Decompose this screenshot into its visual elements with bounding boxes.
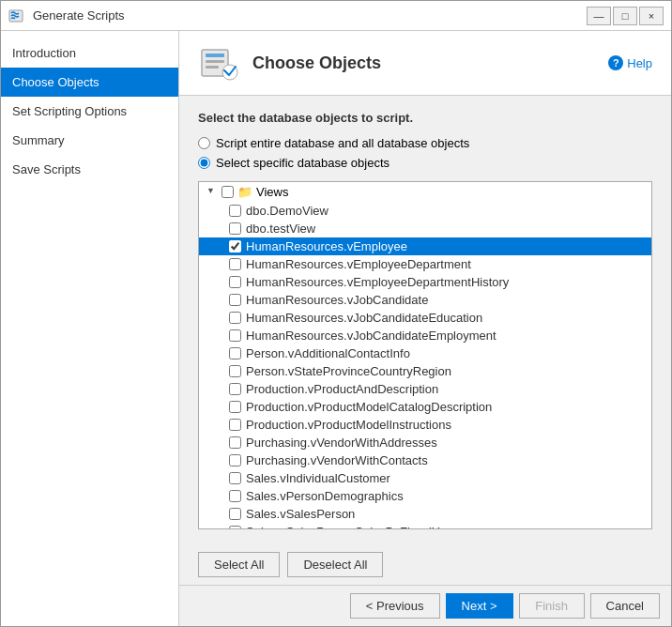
tree-item[interactable]: HumanResources.vEmployeeDepartment xyxy=(199,255,651,273)
tree-item-label: Sales.vSalesPersonSalesByFiscalYears xyxy=(246,525,463,529)
sidebar-item-choose-objects[interactable]: Choose Objects xyxy=(1,68,178,97)
finish-button[interactable]: Finish xyxy=(519,593,585,619)
maximize-button[interactable]: □ xyxy=(613,7,637,25)
tree-item-checkbox[interactable] xyxy=(229,347,241,359)
cancel-button[interactable]: Cancel xyxy=(590,593,660,619)
tree-item[interactable]: Person.vStateProvinceCountryRegion xyxy=(199,362,651,380)
tree-item-label: HumanResources.vEmployeeDepartment xyxy=(246,257,471,271)
tree-root-views[interactable]: ▼ 📁 Views xyxy=(199,182,651,202)
tree-item-label: Production.vProductAndDescription xyxy=(246,382,438,396)
svg-rect-4 xyxy=(206,66,219,69)
radio-group: Script entire database and all database … xyxy=(198,136,652,170)
tree-item-checkbox[interactable] xyxy=(229,436,241,449)
tree-item-checkbox[interactable] xyxy=(229,508,241,520)
radio-entire-db-input[interactable] xyxy=(198,137,210,149)
tree-item-checkbox[interactable] xyxy=(229,258,241,270)
sidebar-item-set-scripting-options[interactable]: Set Scripting Options xyxy=(1,97,178,126)
footer: < Previous Next > Finish Cancel xyxy=(179,585,671,626)
tree-item[interactable]: Purchasing.vVendorWithAddresses xyxy=(199,434,651,451)
sidebar: Introduction Choose Objects Set Scriptin… xyxy=(1,31,179,626)
tree-item[interactable]: Purchasing.vVendorWithContacts xyxy=(199,451,651,469)
help-icon: ? xyxy=(608,55,623,70)
tree-item-label: Production.vProductModelCatalogDescripti… xyxy=(246,400,492,414)
main-window: Generate Scripts — □ × Introduction Choo… xyxy=(0,0,672,627)
section-title: Select the database objects to script. xyxy=(198,111,652,125)
page-title: Choose Objects xyxy=(252,54,381,73)
tree-item[interactable]: dbo.testView xyxy=(199,220,651,237)
title-bar: Generate Scripts — □ × xyxy=(1,1,671,31)
radio-entire-db[interactable]: Script entire database and all database … xyxy=(198,136,652,150)
title-bar-left: Generate Scripts xyxy=(8,8,125,24)
tree-item-label: HumanResources.vJobCandidateEducation xyxy=(246,311,482,325)
tree-item[interactable]: Sales.vSalesPerson xyxy=(199,505,651,523)
sidebar-item-introduction[interactable]: Introduction xyxy=(1,38,178,68)
choose-objects-icon xyxy=(198,42,239,84)
tree-item-label: Purchasing.vVendorWithAddresses xyxy=(246,436,437,450)
tree-item-checkbox[interactable] xyxy=(229,383,241,395)
tree-item-checkbox[interactable] xyxy=(229,419,241,431)
tree-item-checkbox[interactable] xyxy=(229,454,241,466)
svg-rect-3 xyxy=(206,60,224,63)
select-all-button[interactable]: Select All xyxy=(198,552,280,577)
main-content: Select the database objects to script. S… xyxy=(179,96,671,544)
tree-item-checkbox[interactable] xyxy=(229,294,241,306)
deselect-all-button[interactable]: Deselect All xyxy=(287,552,383,577)
tree-item-checkbox[interactable] xyxy=(229,472,241,484)
tree-item[interactable]: Production.vProductAndDescription xyxy=(199,380,651,398)
collapse-icon[interactable]: ▼ xyxy=(206,186,220,199)
main-panel: Choose Objects ? Help Select the databas… xyxy=(179,31,671,626)
tree-item[interactable]: HumanResources.vEmployeeDepartmentHistor… xyxy=(199,273,651,291)
tree-item-label: HumanResources.vEmployee xyxy=(246,239,407,253)
tree-item-checkbox[interactable] xyxy=(229,222,241,235)
window-title: Generate Scripts xyxy=(33,8,125,23)
select-deselect-row: Select All Deselect All xyxy=(179,544,671,585)
next-button[interactable]: Next > xyxy=(446,593,513,619)
tree-item-label: dbo.DemoView xyxy=(246,204,328,218)
minimize-button[interactable]: — xyxy=(587,7,611,25)
tree-container[interactable]: ▼ 📁 Views dbo.DemoViewdbo.testViewHumanR… xyxy=(198,181,652,529)
sidebar-item-summary[interactable]: Summary xyxy=(1,126,178,155)
tree-item-label: dbo.testView xyxy=(246,222,315,236)
tree-item[interactable]: HumanResources.vJobCandidateEmployment xyxy=(199,327,651,344)
tree-item-label: HumanResources.vJobCandidateEmployment xyxy=(246,329,496,343)
tree-item[interactable]: Sales.vIndividualCustomer xyxy=(199,469,651,487)
window-controls: — □ × xyxy=(587,7,664,25)
tree-item-label: Production.vProductModelInstructions xyxy=(246,418,451,432)
tree-item-checkbox[interactable] xyxy=(229,312,241,324)
help-link[interactable]: ? Help xyxy=(608,55,652,70)
tree-item-checkbox[interactable] xyxy=(229,365,241,377)
tree-item-label: Sales.vIndividualCustomer xyxy=(246,471,390,485)
tree-item-checkbox[interactable] xyxy=(229,276,241,288)
app-icon xyxy=(8,8,25,24)
tree-item-checkbox[interactable] xyxy=(229,490,241,502)
radio-specific-input[interactable] xyxy=(198,157,210,169)
folder-icon: 📁 xyxy=(237,185,252,199)
previous-button[interactable]: < Previous xyxy=(350,593,440,619)
tree-item[interactable]: dbo.DemoView xyxy=(199,202,651,220)
tree-item[interactable]: HumanResources.vJobCandidate xyxy=(199,291,651,309)
tree-item-checkbox[interactable] xyxy=(229,205,241,217)
tree-item-label: HumanResources.vJobCandidate xyxy=(246,293,428,307)
tree-item-checkbox[interactable] xyxy=(229,401,241,413)
radio-specific[interactable]: Select specific database objects xyxy=(198,156,652,170)
tree-item-label: Person.vStateProvinceCountryRegion xyxy=(246,364,451,378)
tree-item-checkbox[interactable] xyxy=(229,526,241,529)
tree-item[interactable]: Person.vAdditionalContactInfo xyxy=(199,344,651,362)
tree-item[interactable]: Sales.vPersonDemographics xyxy=(199,487,651,505)
tree-item-label: Person.vAdditionalContactInfo xyxy=(246,346,410,360)
tree-item-label: Sales.vPersonDemographics xyxy=(246,489,404,503)
close-button[interactable]: × xyxy=(639,7,664,25)
tree-item[interactable]: Production.vProductModelCatalogDescripti… xyxy=(199,398,651,416)
tree-item-checkbox[interactable] xyxy=(229,240,241,252)
tree-item-label: Purchasing.vVendorWithContacts xyxy=(246,453,428,467)
tree-item-label: HumanResources.vEmployeeDepartmentHistor… xyxy=(246,275,509,289)
tree-item[interactable]: HumanResources.vJobCandidateEducation xyxy=(199,309,651,327)
tree-item[interactable]: Sales.vSalesPersonSalesByFiscalYears xyxy=(199,523,651,529)
header-left: Choose Objects xyxy=(198,42,381,84)
main-header: Choose Objects ? Help xyxy=(179,31,671,96)
tree-item[interactable]: HumanResources.vEmployee xyxy=(199,237,651,255)
views-root-checkbox[interactable] xyxy=(221,186,234,198)
sidebar-item-save-scripts[interactable]: Save Scripts xyxy=(1,155,178,184)
tree-item[interactable]: Production.vProductModelInstructions xyxy=(199,416,651,434)
tree-item-checkbox[interactable] xyxy=(229,329,241,342)
